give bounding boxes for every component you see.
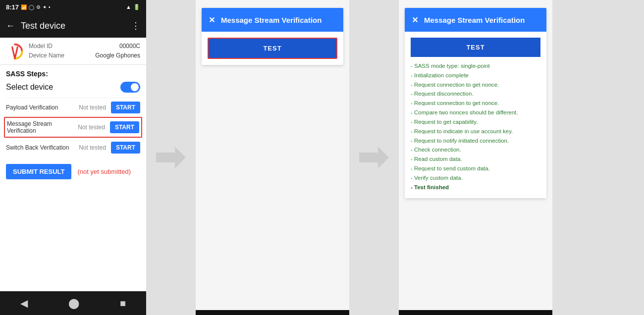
result-line: - Request disconnection. (411, 90, 540, 99)
result-line: - Compare two nonces should be different… (411, 108, 540, 117)
wifi-status-icon: ▲ (126, 4, 131, 10)
bluetooth-icon: ✦ (43, 4, 47, 10)
submit-result-button[interactable]: SUBMIT RESULT (6, 164, 71, 179)
select-device-row: Select device (6, 82, 140, 93)
status-bar: 8:17 📶 ◯ ⚙ ✦ • ▲ 🔋 (0, 0, 146, 14)
step-row-payload: Payload Verification Not tested START (6, 98, 140, 117)
device-name-row: Device Name Google Gphones (29, 51, 140, 60)
submit-row: SUBMIT RESULT (not yet submitted) (0, 157, 146, 186)
result-line: - Request to notify initiated connection… (411, 137, 540, 146)
arrow-1-container (146, 0, 196, 315)
dialog1-body: TEST (202, 32, 343, 65)
app-bar: ← Test device ⋮ (0, 14, 146, 38)
app-content: Model ID 00000C Device Name Google Gphon… (0, 38, 146, 291)
dialog1-panel: ✕ Message Stream Verification TEST (196, 0, 349, 315)
recents-nav-icon[interactable]: ■ (120, 298, 126, 309)
back-icon[interactable]: ← (6, 21, 15, 31)
result-line: - Initialization complete (411, 71, 540, 80)
arrow-2-container (349, 0, 399, 315)
arrow-2 (359, 148, 389, 167)
phone-panel: 8:17 📶 ◯ ⚙ ✦ • ▲ 🔋 ← Test device ⋮ (0, 0, 146, 315)
result-lines: - SASS mode type: single-point- Initiali… (411, 62, 540, 192)
battery-icon: 🔋 (133, 4, 140, 10)
dialog2-title: Message Stream Verification (424, 16, 539, 24)
dialog2-body: TEST - SASS mode type: single-point- Ini… (405, 32, 546, 198)
dialog2-bottom-bar (399, 310, 552, 315)
dialog1-title: Message Stream Verification (221, 16, 336, 24)
home-nav-icon[interactable]: ⬤ (68, 297, 79, 309)
nav-bar: ◀ ⬤ ■ (0, 291, 146, 315)
dialog2-panel: ✕ Message Stream Verification TEST - SAS… (399, 0, 552, 315)
result-line: - Request to get capability. (411, 118, 540, 127)
result-line: - Verify custom data. (411, 174, 540, 183)
device-name-label: Device Name (29, 51, 64, 60)
device-fields: Model ID 00000C Device Name Google Gphon… (29, 42, 140, 60)
dialog1-box: ✕ Message Stream Verification TEST (202, 8, 343, 65)
status-right: ▲ 🔋 (126, 4, 140, 10)
model-id-row: Model ID 00000C (29, 42, 140, 51)
status-time: 8:17 (6, 3, 19, 11)
dialog2-box: ✕ Message Stream Verification TEST - SAS… (405, 8, 546, 198)
start-btn-message-stream[interactable]: START (110, 121, 139, 133)
arrow-1 (156, 148, 186, 167)
start-btn-payload[interactable]: START (111, 102, 140, 113)
result-line: - Check connection. (411, 146, 540, 155)
step-label-payload: Payload Verification (6, 104, 77, 111)
result-line: - SASS mode type: single-point (411, 62, 540, 71)
result-line: - Request connection to get nonce. (411, 99, 540, 108)
wifi-icon: ◯ (29, 4, 34, 10)
step-row-message-stream: Message Stream Verification Not tested S… (4, 117, 142, 138)
not-submitted-text: (not yet submitted) (77, 168, 131, 175)
dialog1-header: ✕ Message Stream Verification (202, 8, 343, 32)
result-line: - Read custom data. (411, 155, 540, 164)
result-line: - Request to indicate in use account key… (411, 127, 540, 136)
device-name-value: Google Gphones (95, 51, 140, 60)
status-left: 8:17 📶 ◯ ⚙ ✦ • (6, 3, 51, 11)
step-status-payload: Not tested (79, 104, 106, 111)
sim-icon: 📶 (21, 4, 27, 10)
more-icon[interactable]: ⋮ (131, 20, 140, 31)
result-line: - Request to send custom data. (411, 164, 540, 173)
model-id-value: 00000C (119, 42, 140, 51)
app-bar-title: Test device (21, 21, 125, 31)
step-label-switch-back: Switch Back Verification (6, 144, 77, 151)
dot-icon: • (49, 4, 51, 10)
step-label-message-stream: Message Stream Verification (7, 120, 76, 134)
step-status-message-stream: Not tested (78, 124, 105, 131)
dialog2-test-button[interactable]: TEST (411, 38, 540, 57)
brand-logo (6, 43, 24, 60)
step-status-switch-back: Not tested (79, 144, 106, 151)
result-line: - Test finished (411, 183, 540, 192)
start-btn-switch-back[interactable]: START (111, 142, 140, 154)
back-nav-icon[interactable]: ◀ (20, 297, 28, 309)
dialog1-close-icon[interactable]: ✕ (209, 15, 215, 25)
dialog2-header: ✕ Message Stream Verification (405, 8, 546, 32)
step-row-switch-back: Switch Back Verification Not tested STAR… (6, 138, 140, 157)
select-device-label: Select device (6, 83, 53, 92)
sass-section: SASS Steps: Select device Payload Verifi… (0, 65, 146, 157)
model-id-label: Model ID (29, 42, 53, 51)
settings-icon: ⚙ (36, 4, 41, 10)
select-device-toggle[interactable] (120, 82, 140, 93)
sass-title: SASS Steps: (6, 70, 140, 78)
dialog1-test-btn-wrapper: TEST (208, 38, 337, 59)
dialog1-bottom-bar (196, 310, 349, 315)
result-line: - Request connection to get nonce. (411, 81, 540, 90)
device-info: Model ID 00000C Device Name Google Gphon… (0, 38, 146, 65)
dialog1-test-button[interactable]: TEST (209, 39, 336, 58)
dialog2-close-icon[interactable]: ✕ (412, 15, 418, 25)
